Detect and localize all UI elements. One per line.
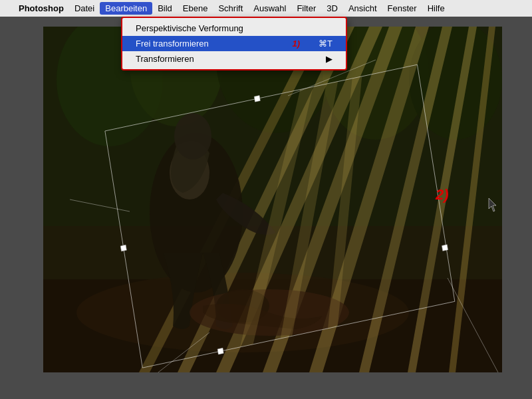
main-image: 2): [43, 27, 502, 372]
menu-hilfe[interactable]: Hilfe: [422, 2, 450, 15]
menu-transformieren[interactable]: Transformieren ▶: [122, 51, 346, 66]
menu-schrift[interactable]: Schrift: [213, 2, 248, 15]
menu-3d[interactable]: 3D: [321, 2, 343, 15]
menu-filter[interactable]: Filter: [291, 2, 321, 15]
menu-fenster[interactable]: Fenster: [382, 2, 422, 15]
perspektivische-label: Perspektivische Verformung: [136, 23, 243, 33]
menu-bild[interactable]: Bild: [152, 2, 178, 15]
frei-transformieren-shortcut: ⌘T: [319, 39, 332, 49]
menu-photoshop[interactable]: Photoshop: [13, 2, 69, 15]
canvas-area: 2): [0, 17, 532, 399]
frei-transformieren-number: 1): [292, 39, 300, 49]
menu-bearbeiten[interactable]: Bearbeiten: [100, 2, 152, 15]
menu-ansicht[interactable]: Ansicht: [343, 2, 382, 15]
scene-background: [43, 27, 502, 372]
submenu-arrow-icon: ▶: [326, 54, 332, 64]
menu-bar: Photoshop Datei Bearbeiten Bild Ebene Sc…: [0, 0, 532, 17]
transformieren-label: Transformieren: [136, 54, 194, 64]
frei-transformieren-label: Frei transformieren: [136, 39, 209, 49]
menu-ebene[interactable]: Ebene: [178, 2, 213, 15]
menu-datei[interactable]: Datei: [69, 2, 100, 15]
menu-auswahl[interactable]: Auswahl: [248, 2, 291, 15]
menu-perspektivische-verformung[interactable]: Perspektivische Verformung: [122, 21, 346, 36]
bearbeiten-dropdown: Perspektivische Verformung Frei transfor…: [121, 17, 347, 70]
menu-frei-transformieren[interactable]: Frei transformieren 1) ⌘T: [122, 36, 346, 51]
